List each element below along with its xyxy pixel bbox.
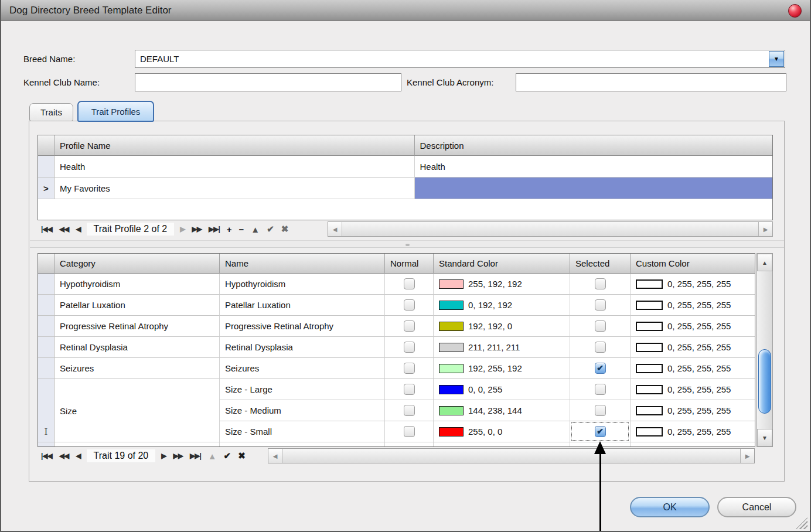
custom-color-swatch[interactable] [636,322,663,331]
name-cell[interactable]: Retinal Dysplasia [220,337,385,358]
standard-color-column-header[interactable]: Standard Color [434,254,570,274]
standard-color-swatch[interactable] [439,279,464,289]
breed-name-dropdown-button[interactable]: ▼ [769,51,784,67]
description-cell-selected[interactable] [415,178,773,199]
name-cell[interactable]: Size - Medium [220,400,385,421]
tab-trait-profiles[interactable]: Trait Profiles [77,101,154,122]
nav-post-button[interactable]: ✔ [220,451,235,461]
nav-prev-button[interactable]: ◀ [72,452,84,460]
table-row[interactable]: Retinal Dysplasia Retinal Dysplasia 211,… [38,337,755,358]
title-bar[interactable]: Dog Directory Breed Template Editor [1,0,810,21]
normal-column-header[interactable]: Normal [385,254,434,274]
selected-checkbox[interactable] [595,299,606,311]
nav-forward-button[interactable]: ▶▶ [169,452,186,460]
custom-color-swatch[interactable] [636,427,663,436]
standard-color-swatch[interactable] [439,343,464,352]
profile-name-cell[interactable]: My Favorites [54,178,415,199]
custom-color-swatch[interactable] [636,343,663,352]
custom-color-swatch[interactable] [636,364,663,373]
nav-next-button[interactable]: ▶ [176,225,188,233]
custom-color-column-header[interactable]: Custom Color [631,254,755,274]
name-cell[interactable]: Hypothyroidism [220,274,385,295]
selected-checkbox[interactable] [595,278,606,289]
name-cell[interactable]: Seizures [220,358,385,379]
table-row[interactable]: Health Health [38,156,772,178]
scroll-right-icon[interactable]: ▶ [758,222,772,236]
nav-first-button[interactable]: |◀◀ [38,452,56,460]
nav-first-button[interactable]: |◀◀ [38,225,56,233]
traits-grid-hscrollbar[interactable]: ◀ ▶ [268,448,755,463]
nav-rewind-button[interactable]: ◀◀ [56,225,72,233]
standard-color-swatch[interactable] [439,322,464,331]
name-column-header[interactable]: Name [220,254,385,274]
table-row[interactable]: Size Size - Medium 144, 238, 144 0, 255,… [38,400,755,421]
description-column-header[interactable]: Description [415,135,773,156]
selected-checkbox[interactable] [595,342,606,353]
selected-checkbox[interactable] [595,405,606,416]
category-column-header[interactable]: Category [54,254,220,274]
profile-grid-hscrollbar[interactable]: ◀ ▶ [328,221,773,237]
kennel-club-acronym-input[interactable] [516,73,786,91]
grid-splitter[interactable] [30,240,784,248]
nav-last-button[interactable]: ▶▶| [186,452,205,460]
category-cell[interactable] [54,421,220,442]
scroll-down-icon[interactable]: ▼ [757,429,772,446]
breed-name-input[interactable] [135,50,785,68]
nav-cancel-edit-button[interactable]: ✖ [278,224,292,234]
name-cell[interactable]: Progressive Retinal Atrophy [220,316,385,337]
table-row[interactable]: Hypothyroidism Hypothyroidism 255, 192, … [38,274,755,295]
vscroll-thumb[interactable] [758,349,771,414]
category-cell[interactable] [54,379,220,400]
table-row[interactable]: Progressive Retinal Atrophy Progressive … [38,316,755,337]
cancel-button[interactable]: Cancel [717,497,796,517]
normal-checkbox[interactable] [404,405,415,416]
nav-forward-button[interactable]: ▶▶ [188,225,205,233]
table-row[interactable]: Size - Large 0, 0, 255 0, 255, 255, 255 [38,379,755,400]
nav-edit-button[interactable]: ▲ [205,451,220,461]
ok-button[interactable]: OK [630,497,710,517]
nav-rewind-button[interactable]: ◀◀ [56,452,72,460]
traits-grid-vscrollbar[interactable]: ▲ ▼ [757,253,773,447]
custom-color-swatch[interactable] [636,301,663,310]
tab-traits[interactable]: Traits [29,103,73,121]
standard-color-swatch[interactable] [439,301,464,310]
table-row[interactable]: Patellar Luxation Patellar Luxation 0, 1… [38,295,755,316]
nav-delete-button[interactable]: − [236,224,248,234]
category-cell[interactable]: Retinal Dysplasia [54,337,220,358]
category-cell[interactable]: Hypothyroidism [54,274,220,295]
standard-color-swatch[interactable] [439,406,464,415]
normal-checkbox[interactable] [404,384,415,395]
nav-cancel-edit-button[interactable]: ✖ [234,451,249,461]
table-row[interactable]: I Size - Small 255, 0, 0 ✔ 0, 255, 255, … [38,421,755,442]
scroll-left-icon[interactable]: ◀ [268,449,282,463]
nav-last-button[interactable]: ▶▶| [205,225,223,233]
selected-column-header[interactable]: Selected [570,254,631,274]
name-cell[interactable]: Size - Small [220,421,385,442]
standard-color-swatch[interactable] [439,364,464,373]
scroll-left-icon[interactable]: ◀ [328,222,342,236]
profile-name-column-header[interactable]: Profile Name [54,135,415,156]
kennel-club-name-input[interactable] [135,73,401,91]
nav-next-button[interactable]: ▶ [158,452,169,460]
custom-color-swatch[interactable] [636,406,663,415]
normal-checkbox[interactable] [404,320,415,332]
normal-checkbox[interactable] [404,426,415,437]
custom-color-swatch[interactable] [636,385,663,394]
nav-prev-button[interactable]: ◀ [72,225,84,233]
description-cell[interactable]: Health [415,156,773,178]
category-cell[interactable]: Seizures [54,358,220,379]
nav-edit-button[interactable]: ▲ [247,224,263,234]
close-button[interactable] [788,4,802,18]
selected-checkbox[interactable] [595,384,606,395]
category-cell[interactable]: Patellar Luxation [54,295,220,316]
resize-grip[interactable] [796,517,807,529]
table-row[interactable]: > My Favorites [38,178,772,199]
table-row[interactable]: Seizures Seizures 192, 255, 192 ✔ 0, 255… [38,358,755,379]
nav-post-button[interactable]: ✔ [263,224,278,234]
standard-color-swatch[interactable] [439,427,464,436]
selected-checkbox[interactable]: ✔ [595,363,606,374]
normal-checkbox[interactable] [404,363,415,374]
category-cell[interactable]: Size [54,400,220,421]
name-cell[interactable]: Size - Large [220,379,385,400]
normal-checkbox[interactable] [404,278,415,289]
